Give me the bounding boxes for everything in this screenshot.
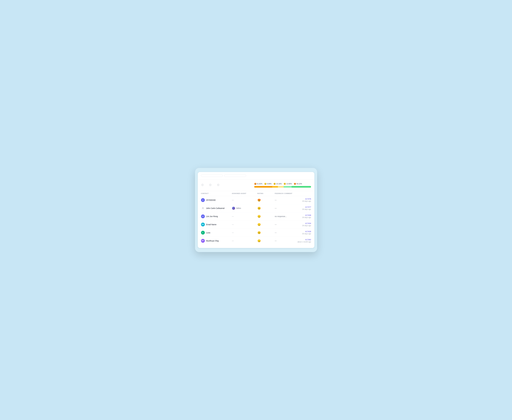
contact-name: John Carlo Cañaveral [206, 207, 224, 209]
response-rate-info-icon[interactable]: i [217, 184, 219, 186]
stats-section: i i i 😡31.82%😞9.89%😐10.16%🙂13 [198, 180, 314, 191]
rating-cell: 😞 [257, 215, 274, 218]
feedback-cell: no response... [275, 215, 294, 218]
ticket-cell[interactable]: #17434 29 days ago [295, 222, 311, 226]
col-rating: RATING [257, 193, 274, 194]
filter-bar [198, 172, 314, 180]
time-range-filter[interactable] [201, 174, 223, 177]
agent-avatar [232, 207, 235, 210]
avatar: EN [201, 223, 205, 226]
table-row[interactable]: L Luca --- 😐 --- #17428 30 days ago [201, 229, 311, 237]
agent-name: --- [232, 240, 234, 242]
avatar: L [201, 231, 205, 234]
agent-name: --- [232, 232, 234, 234]
ticket-id[interactable]: #17476 [295, 198, 311, 200]
rating-cell: 😐 [257, 231, 274, 234]
ticket-id[interactable]: #17434 [295, 222, 311, 224]
feedback-cell: --- [275, 207, 294, 209]
rating-emoji: 😍 [294, 183, 296, 185]
ticket-cell[interactable]: #17438 29 days ago [295, 214, 311, 218]
agent-name: Nithin [236, 207, 241, 209]
rating-emoji: 😐 [274, 183, 276, 185]
ticket-time: about 1 month ago [295, 241, 311, 243]
rating-bar [254, 186, 311, 188]
rating-cell: 😐 [257, 207, 274, 210]
svg-point-0 [202, 207, 203, 208]
rating-cell: 😍 [257, 198, 274, 202]
col-agent: ASSIGNED AGENT [232, 193, 256, 194]
rating-emoji: 😡 [254, 183, 256, 185]
ticket-time: 29 days ago [295, 225, 311, 226]
agent-cell: --- [232, 224, 256, 225]
ticket-id[interactable]: #17438 [295, 214, 311, 216]
rating-emoji: 😞 [264, 183, 267, 185]
feedback-cell: --- [275, 224, 294, 225]
table-body: 2 257000330 --- 😍 --- #17476 28 days ago… [201, 196, 311, 245]
avatar [201, 206, 205, 210]
contact-name: Lim Jun Rong [206, 215, 218, 218]
rating-percent: 31.82% [257, 183, 262, 185]
contact-name: Email Name [206, 224, 216, 225]
contact-cell: LJ Lim Jun Rong [201, 215, 231, 218]
agent-cell: Nithin [232, 207, 256, 210]
ticket-id[interactable]: #17392 [295, 239, 311, 241]
device-frame: i i i 😡31.82%😞9.89%😐10.16%🙂13 [195, 168, 317, 252]
ticket-cell[interactable]: #17392 about 1 month ago [295, 239, 311, 243]
avatar: LJ [201, 215, 205, 218]
agent-cell: --- [232, 199, 256, 201]
agent-cell: --- [232, 215, 256, 218]
agent-name: --- [232, 215, 234, 218]
rating-bar-segment [272, 186, 278, 188]
main-card: i i i 😡31.82%😞9.89%😐10.16%🙂13 [198, 172, 314, 248]
rating-label-item: 😍34.22% [294, 183, 302, 185]
ticket-id[interactable]: #17377 [295, 206, 311, 208]
contact-name: Luca [206, 232, 210, 234]
contact-cell: MY Myothuya Vlog [201, 239, 231, 243]
satisfaction-score-label: i [209, 184, 211, 186]
avatar: MY [201, 239, 205, 243]
table-row[interactable]: John Carlo Cañaveral Nithin 😐 --- #17377… [201, 204, 311, 212]
rating-percent: 13.90% [286, 183, 292, 185]
table-row[interactable]: 2 257000330 --- 😍 --- #17476 28 days ago [201, 196, 311, 204]
feedback-cell: --- [275, 232, 294, 234]
rating-percent: 34.22% [297, 183, 302, 185]
rating-label-item: 🙂13.90% [284, 183, 292, 185]
contact-name: 257000330 [206, 199, 216, 201]
ticket-cell[interactable]: #17476 28 days ago [295, 198, 311, 202]
contact-cell: L Luca [201, 231, 231, 234]
ticket-time: 30 days ago [295, 233, 311, 235]
rating-section: 😡31.82%😞9.89%😐10.16%🙂13.90%😍34.22% [254, 183, 311, 188]
rating-label-item: 😡31.82% [254, 183, 262, 185]
rating-cell: 😞 [257, 239, 274, 242]
rating-emoji: 🙂 [284, 183, 286, 185]
rating-bar-segment [254, 186, 272, 188]
contact-cell: EN Email Name [201, 223, 231, 226]
contact-name: Myothuya Vlog [206, 240, 219, 242]
col-contact: CONTACT [201, 193, 231, 194]
contact-cell: John Carlo Cañaveral [201, 206, 231, 210]
ticket-cell[interactable]: #17377 28 days ago [295, 206, 311, 210]
table-row[interactable]: LJ Lim Jun Rong --- 😞 no response... #17… [201, 212, 311, 220]
agent-name: --- [232, 224, 234, 225]
col-feedback: FEEDBACK COMMENT [275, 193, 294, 194]
rating-bar-segment [278, 186, 284, 188]
satisfaction-score-stat: i [209, 184, 211, 186]
response-rate-label: i [217, 184, 219, 186]
agent-cell: --- [232, 240, 256, 242]
total-responses-info-icon[interactable]: i [201, 184, 203, 186]
agents-filter[interactable] [224, 174, 246, 177]
rating-labels: 😡31.82%😞9.89%😐10.16%🙂13.90%😍34.22% [254, 183, 311, 185]
rating-label-item: 😐10.16% [274, 183, 282, 185]
ticket-cell[interactable]: #17428 30 days ago [295, 231, 311, 235]
table-header: CONTACT ASSIGNED AGENT RATING FEEDBACK C… [201, 191, 311, 196]
col-ticket [295, 193, 311, 194]
agent-cell: --- [232, 232, 256, 234]
ticket-time: 29 days ago [295, 217, 311, 218]
ticket-id[interactable]: #17428 [295, 231, 311, 232]
rating-percent: 9.89% [267, 183, 272, 185]
table-row[interactable]: EN Email Name --- 😞 --- #17434 29 days a… [201, 220, 311, 229]
table-section: CONTACT ASSIGNED AGENT RATING FEEDBACK C… [198, 191, 314, 248]
total-responses-label: i [201, 184, 203, 186]
satisfaction-score-info-icon[interactable]: i [209, 184, 211, 186]
table-row[interactable]: MY Myothuya Vlog --- 😞 --- #17392 about … [201, 237, 311, 245]
